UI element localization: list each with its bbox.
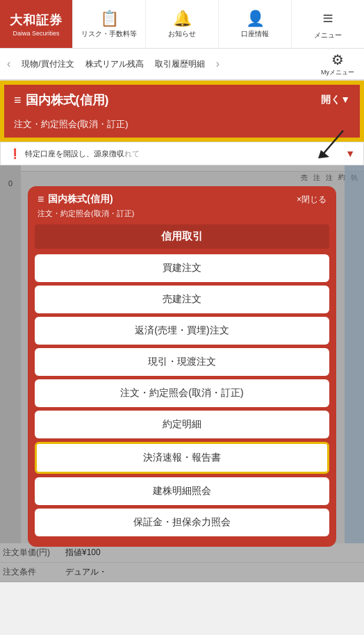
popup-card: ≡ 国内株式(信用) ×閉じる 注文・約定照会(取消・訂正) 信用取引 買建注文…	[28, 186, 336, 547]
nav-item-account[interactable]: 👤 口座情報	[218, 0, 291, 48]
btn-repay-order[interactable]: 返済(売埋・買埋)注文	[35, 317, 329, 345]
nav-risk-label: リスク・手数料等	[81, 29, 137, 39]
app-header: 大和証券 Daiwa Securities 📋 リスク・手数料等 🔔 お知らせ …	[0, 0, 364, 49]
notice-text: 特定口座を開設し、源泉徴収れて	[25, 149, 341, 159]
section-header: ≡ 国内株式(信用) 開く▼	[2, 83, 362, 115]
gear-icon: ⚙	[331, 51, 344, 68]
bell-icon: 🔔	[173, 10, 192, 28]
header-nav: 📋 リスク・手数料等 🔔 お知らせ 👤 口座情報 ≡ メニュー	[72, 0, 364, 48]
btn-contract-detail[interactable]: 約定明細	[35, 411, 329, 438]
logo-sub-text: Daiwa Securities	[13, 30, 59, 37]
popup-menu-icon: ≡	[38, 193, 44, 206]
my-menu-button[interactable]: ⚙ Myメニュー	[314, 51, 361, 77]
menu-icon: ≡	[322, 8, 333, 29]
main-content: 0 売 注 注 約 執 ≡ 国内株式(信用)	[0, 165, 364, 582]
account-icon: 👤	[246, 10, 265, 28]
btn-settlement-report[interactable]: 決済速報・報告書	[35, 442, 329, 474]
tab-bar: ‹ 現物/買付注文 株式リアル残高 取引履歴明細 › ⚙ Myメニュー	[0, 49, 364, 81]
logo-main-text: 大和証券	[10, 12, 63, 28]
btn-sell-build[interactable]: 売建注文	[35, 286, 329, 313]
section-header-left: ≡ 国内株式(信用)	[14, 92, 109, 108]
popup-subtitle: 注文・約定照会(取消・訂正)	[28, 208, 336, 224]
logo: 大和証券 Daiwa Securities	[0, 0, 72, 48]
tab-back-arrow[interactable]: ‹	[3, 58, 15, 70]
nav-menu-label: メニュー	[314, 31, 342, 40]
annotation-arrow	[308, 124, 350, 168]
nav-item-menu[interactable]: ≡ メニュー	[291, 0, 364, 48]
nav-account-label: 口座情報	[241, 29, 269, 39]
tab-spot-order[interactable]: 現物/買付注文	[15, 56, 81, 73]
my-menu-label: Myメニュー	[321, 68, 354, 77]
nav-item-notifications[interactable]: 🔔 お知らせ	[145, 0, 218, 48]
btn-margin-inquiry[interactable]: 保証金・担保余力照会	[35, 509, 329, 536]
btn-spot-transfer[interactable]: 現引・現渡注文	[35, 348, 329, 376]
nav-item-risk[interactable]: 📋 リスク・手数料等	[72, 0, 145, 48]
risk-icon: 📋	[100, 10, 119, 28]
popup-header-left: ≡ 国内株式(信用)	[38, 193, 113, 206]
section-title: 国内株式(信用)	[26, 92, 109, 108]
popup-section-title: 信用取引	[35, 224, 329, 249]
btn-buy-build[interactable]: 買建注文	[35, 254, 329, 282]
btn-position-inquiry[interactable]: 建株明細照会	[35, 477, 329, 505]
nav-notifications-label: お知らせ	[168, 29, 196, 39]
popup-title: 国内株式(信用)	[48, 193, 113, 206]
notice-warning-icon: ❗	[9, 148, 21, 159]
btn-order-inquiry[interactable]: 注文・約定照会(取消・訂正)	[35, 379, 329, 407]
popup-header: ≡ 国内株式(信用) ×閉じる	[28, 186, 336, 208]
tab-forward-arrow[interactable]: ›	[212, 58, 224, 70]
svg-line-0	[322, 131, 343, 155]
svg-marker-1	[318, 150, 329, 158]
section-open-button[interactable]: 開く▼	[321, 94, 350, 106]
tab-trade-history[interactable]: 取引履歴明細	[148, 56, 212, 73]
tab-stock-balance[interactable]: 株式リアル残高	[81, 56, 148, 73]
section-menu-icon: ≡	[14, 93, 22, 108]
popup-close-button[interactable]: ×閉じる	[297, 194, 326, 206]
